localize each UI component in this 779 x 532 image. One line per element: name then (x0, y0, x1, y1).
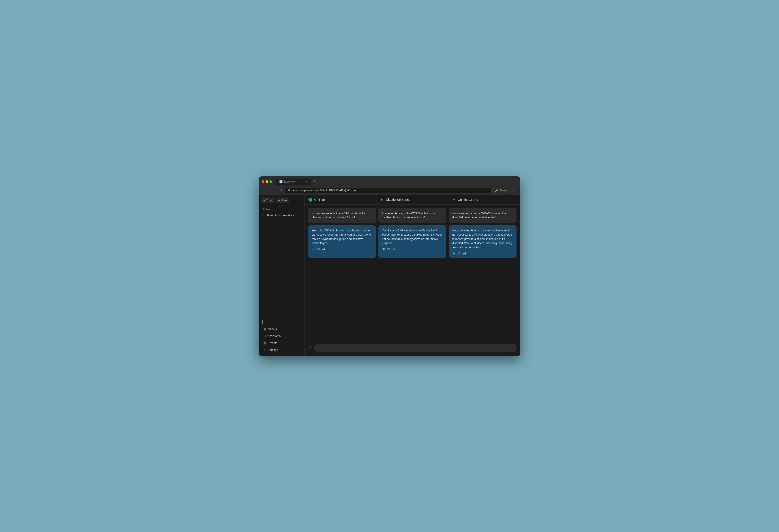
history-item[interactable]: Potential accessibility ... (261, 213, 303, 218)
gemini-response: No, a disabled button that can receive f… (449, 225, 517, 258)
settings-label: Settings (268, 348, 278, 351)
today-section-label: Today (261, 207, 303, 212)
user-message-text-2: In one sentence, is it a WCAG violation … (382, 212, 435, 219)
svg-rect-15 (323, 249, 324, 250)
svg-rect-14 (322, 249, 323, 250)
svg-rect-6 (263, 342, 264, 343)
svg-point-4 (263, 328, 265, 331)
claude-response: Yes, it's a WCAG violation (specifically… (378, 225, 446, 258)
back-button[interactable]: ‹ (264, 188, 269, 193)
svg-text:✦: ✦ (380, 198, 383, 201)
app-content: + Chat + Note Today Potential accessibil… (259, 195, 520, 356)
tab-bar: Laneway × + (277, 179, 317, 185)
gemini-icon (452, 197, 456, 202)
active-tab[interactable]: Laneway × (277, 179, 311, 185)
gemini-stats-button[interactable] (463, 252, 466, 255)
new-note-button[interactable]: + Note (276, 197, 290, 203)
new-chat-button[interactable]: + Chat (261, 197, 275, 203)
model-header-gpt4o: GPT-4o (305, 195, 376, 204)
main-area: GPT-4o ✦ Claude 3.5 Sonnet (305, 195, 520, 356)
svg-point-10 (264, 350, 265, 350)
tab-title: Laneway (284, 180, 296, 183)
gpt4o-message-actions (312, 247, 372, 250)
maximize-window-button[interactable] (269, 180, 272, 183)
sidebar-item-settings[interactable]: Settings (261, 347, 303, 353)
browser-chrome: Laneway × + ⌄ ‹ › ↺ laneway (259, 176, 520, 195)
user-message-2: In one sentence, is it a WCAG violation … (378, 208, 446, 223)
history-item-text: Potential accessibility ... (267, 214, 297, 217)
guest-label: Guest (499, 189, 507, 192)
svg-rect-9 (264, 343, 265, 344)
user-message-3: In one sentence, is it a WCAG violation … (449, 208, 517, 223)
gpt4o-copy-button[interactable] (317, 247, 320, 250)
browser-actions: Guest ⋮ (492, 188, 515, 193)
assistants-icon (262, 334, 266, 338)
sidebar-item-assistants[interactable]: Assistants (261, 333, 303, 339)
gpt4o-speak-button[interactable] (312, 247, 315, 250)
claude-name: Claude 3.5 Sonnet (386, 198, 411, 201)
svg-rect-22 (463, 253, 464, 254)
chat-input[interactable] (314, 344, 517, 352)
chat-history-icon (262, 214, 265, 217)
models-icon (262, 327, 266, 331)
gpt4o-icon (308, 197, 312, 202)
gpt4o-name: GPT-4o (314, 198, 325, 201)
gpt4o-stats-button[interactable] (322, 247, 325, 250)
gemini-name: Gemini 1.5 Pro (458, 198, 478, 201)
settings-icon (262, 348, 266, 352)
browser-controls: Laneway × + ⌄ (262, 179, 517, 185)
sidebar: + Chat + Note Today Potential accessibil… (259, 195, 305, 356)
model-header-claude: ✦ Claude 3.5 Sonnet (376, 195, 448, 204)
text-cursor (262, 320, 263, 323)
svg-rect-3 (263, 214, 265, 216)
sidebar-item-models[interactable]: Models (261, 326, 303, 332)
refresh-button[interactable]: ↺ (278, 188, 283, 193)
tab-close-button[interactable]: × (305, 180, 308, 183)
claude-copy-button[interactable] (387, 247, 390, 250)
sidebar-item-presets[interactable]: Presets (261, 340, 303, 346)
gemini-copy-button[interactable] (458, 252, 461, 255)
chat-area[interactable]: In one sentence, is it a WCAG violation … (305, 205, 520, 341)
claude-response-text: Yes, it's a WCAG violation (specifically… (382, 229, 441, 245)
user-message-1: In one sentence, is it a WCAG violation … (308, 208, 376, 223)
claude-stats-button[interactable] (392, 247, 396, 250)
svg-rect-13 (318, 248, 319, 250)
gemini-response-text-1: No, a disabled button that can receive f… (453, 229, 510, 236)
presets-icon (262, 341, 266, 345)
gpt4o-response: Yes, it is a WCAG violation if a disable… (308, 225, 376, 258)
browser-window: Laneway × + ⌄ ‹ › ↺ laneway (259, 176, 520, 356)
attach-button[interactable] (308, 345, 312, 351)
svg-rect-20 (395, 248, 395, 250)
more-button[interactable]: ⋮ (512, 189, 515, 192)
svg-rect-17 (388, 248, 390, 250)
address-field[interactable]: laneway.app/session/sDU44_1FC61XAFdQMbk4… (285, 188, 491, 193)
address-bar-row: ‹ › ↺ laneway.app/session/sDU44_1FC61XAF… (262, 186, 517, 195)
svg-rect-23 (464, 253, 465, 254)
lock-icon (288, 189, 290, 192)
new-tab-button[interactable]: + (312, 179, 317, 184)
claude-speak-button[interactable] (382, 247, 385, 250)
sidebar-footer: Models Assistants (261, 326, 303, 353)
svg-rect-1 (288, 190, 290, 191)
presets-label: Presets (268, 341, 277, 345)
svg-rect-24 (465, 252, 466, 254)
input-area (305, 341, 520, 356)
minimize-window-button[interactable] (265, 180, 268, 183)
url-text: laneway.app/session/sDU44_1FC61XAFdQMbk4… (292, 189, 356, 192)
assistants-label: Assistants (268, 334, 281, 338)
svg-point-5 (264, 329, 265, 330)
tab-favicon (280, 180, 283, 183)
model-headers: GPT-4o ✦ Claude 3.5 Sonnet (305, 195, 520, 205)
browser-expand-button[interactable]: ⌄ (515, 179, 517, 184)
traffic-lights (262, 180, 272, 183)
sidebar-actions: + Chat + Note (261, 197, 303, 203)
gemini-speak-button[interactable] (453, 252, 456, 255)
guest-button[interactable]: Guest (492, 188, 510, 193)
close-window-button[interactable] (262, 180, 264, 183)
svg-rect-19 (394, 249, 394, 250)
svg-rect-18 (393, 249, 393, 250)
claude-message-actions (382, 247, 442, 250)
svg-rect-21 (459, 252, 460, 254)
models-label: Models (268, 327, 277, 331)
forward-button[interactable]: › (271, 188, 277, 193)
